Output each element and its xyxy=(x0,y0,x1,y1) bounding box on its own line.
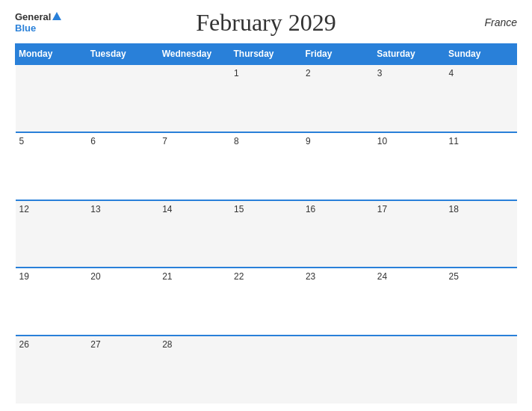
weekday-header-row: Monday Tuesday Wednesday Thursday Friday… xyxy=(16,44,517,65)
calendar-day-cell: 9 xyxy=(302,132,374,200)
calendar-day-cell: 24 xyxy=(374,268,445,336)
calendar-day-cell: 17 xyxy=(374,200,445,268)
weekday-friday: Friday xyxy=(302,44,374,65)
day-number: 1 xyxy=(234,68,239,78)
calendar-day-cell: 28 xyxy=(158,336,230,404)
day-number: 20 xyxy=(90,271,100,282)
calendar-day-cell: 19 xyxy=(16,268,87,336)
day-number: 22 xyxy=(234,271,244,282)
day-number: 2 xyxy=(306,68,311,78)
calendar-day-cell: 16 xyxy=(302,200,374,268)
calendar-day-cell: 15 xyxy=(230,200,302,268)
country-label: France xyxy=(484,16,517,28)
calendar-empty-cell xyxy=(158,64,230,132)
calendar-empty-cell xyxy=(16,64,87,132)
day-number: 3 xyxy=(377,68,383,78)
calendar-day-cell: 2 xyxy=(302,64,374,132)
day-number: 8 xyxy=(234,136,239,146)
calendar-empty-cell xyxy=(87,64,158,132)
calendar-day-cell: 8 xyxy=(230,132,302,200)
calendar-day-cell: 25 xyxy=(445,268,517,336)
day-number: 6 xyxy=(90,136,96,146)
day-number: 16 xyxy=(306,204,315,214)
day-number: 7 xyxy=(162,136,167,146)
calendar-day-cell: 22 xyxy=(230,268,302,336)
calendar-day-cell: 4 xyxy=(445,64,517,132)
calendar-week-row: 12131415161718 xyxy=(16,200,517,268)
calendar-day-cell: 3 xyxy=(374,64,445,132)
calendar-day-cell: 1 xyxy=(230,64,302,132)
day-number: 11 xyxy=(449,136,459,146)
day-number: 14 xyxy=(162,204,172,214)
logo-general-text: General xyxy=(15,11,51,22)
day-number: 10 xyxy=(377,136,387,146)
day-number: 9 xyxy=(306,136,311,146)
weekday-saturday: Saturday xyxy=(374,44,445,65)
weekday-wednesday: Wednesday xyxy=(158,44,230,65)
calendar-empty-cell xyxy=(445,336,517,404)
calendar-header: General Blue February 2029 France xyxy=(15,7,517,37)
calendar-empty-cell xyxy=(230,336,302,404)
calendar-day-cell: 26 xyxy=(16,336,87,404)
logo-blue-text: Blue xyxy=(15,22,36,34)
calendar-day-cell: 18 xyxy=(445,200,517,268)
calendar-day-cell: 11 xyxy=(445,132,517,200)
day-number: 23 xyxy=(306,271,315,282)
day-number: 25 xyxy=(449,271,459,282)
day-number: 15 xyxy=(234,204,244,214)
calendar-day-cell: 23 xyxy=(302,268,374,336)
calendar-day-cell: 6 xyxy=(87,132,158,200)
calendar-week-row: 1234 xyxy=(16,64,517,132)
day-number: 18 xyxy=(449,204,459,214)
calendar-day-cell: 13 xyxy=(87,200,158,268)
calendar-day-cell: 27 xyxy=(87,336,158,404)
logo: General Blue xyxy=(15,11,63,34)
calendar-week-row: 262728 xyxy=(16,336,517,404)
day-number: 4 xyxy=(449,68,454,78)
weekday-tuesday: Tuesday xyxy=(87,44,158,65)
calendar-container: General Blue February 2029 France Monday… xyxy=(0,0,532,411)
calendar-day-cell: 20 xyxy=(87,268,158,336)
calendar-day-cell: 14 xyxy=(158,200,230,268)
day-number: 21 xyxy=(162,271,172,282)
day-number: 28 xyxy=(162,339,172,350)
calendar-empty-cell xyxy=(302,336,374,404)
day-number: 13 xyxy=(90,204,100,214)
calendar-day-cell: 10 xyxy=(374,132,445,200)
calendar-day-cell: 7 xyxy=(158,132,230,200)
calendar-day-cell: 21 xyxy=(158,268,230,336)
calendar-empty-cell xyxy=(374,336,445,404)
calendar-week-row: 567891011 xyxy=(16,132,517,200)
day-number: 26 xyxy=(19,339,29,350)
weekday-thursday: Thursday xyxy=(230,44,302,65)
calendar-title: February 2029 xyxy=(196,9,336,37)
calendar-week-row: 19202122232425 xyxy=(16,268,517,336)
logo-triangle-icon xyxy=(52,12,61,20)
day-number: 19 xyxy=(19,271,29,282)
weekday-sunday: Sunday xyxy=(445,44,517,65)
day-number: 27 xyxy=(90,339,100,350)
day-number: 5 xyxy=(19,136,25,146)
day-number: 24 xyxy=(377,271,387,282)
calendar-body: 1234567891011121314151617181920212223242… xyxy=(16,64,517,404)
weekday-monday: Monday xyxy=(16,44,87,65)
day-number: 12 xyxy=(19,204,29,214)
calendar-day-cell: 5 xyxy=(16,132,87,200)
day-number: 17 xyxy=(377,204,387,214)
calendar-day-cell: 12 xyxy=(16,200,87,268)
calendar-table: Monday Tuesday Wednesday Thursday Friday… xyxy=(15,43,517,404)
